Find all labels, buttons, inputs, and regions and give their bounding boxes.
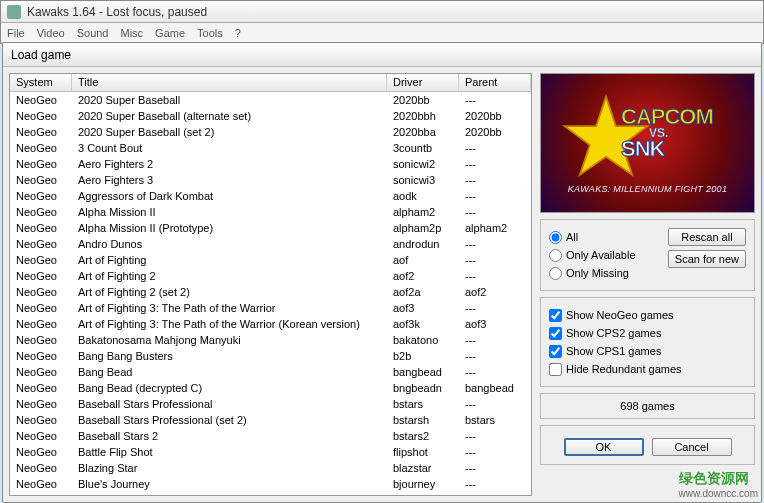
table-row[interactable]: NeoGeoAlpha Mission II (Prototype)alpham… [10, 220, 531, 236]
list-header: System Title Driver Parent [10, 74, 531, 92]
check-neogeo[interactable]: Show NeoGeo games [549, 306, 746, 324]
okcancel-panel: OK Cancel [540, 425, 755, 465]
load-game-dialog: Load game System Title Driver Parent Neo… [2, 42, 762, 503]
table-row[interactable]: NeoGeoArt of Fighting 2aof2--- [10, 268, 531, 284]
check-cps2[interactable]: Show CPS2 games [549, 324, 746, 342]
game-list[interactable]: System Title Driver Parent NeoGeo2020 Su… [9, 73, 532, 496]
menu-video[interactable]: Video [37, 27, 65, 39]
menu-help[interactable]: ? [235, 27, 241, 39]
filter-panel: All Only Available Only Missing Rescan a… [540, 219, 755, 291]
app-icon [7, 5, 21, 19]
table-row[interactable]: NeoGeoArt of Fighting 2 (set 2)aof2aaof2 [10, 284, 531, 300]
table-row[interactable]: NeoGeoAero Fighters 3sonicwi3--- [10, 172, 531, 188]
scan-new-button[interactable]: Scan for new [668, 250, 746, 268]
menu-misc[interactable]: Misc [120, 27, 143, 39]
count-panel: 698 games [540, 393, 755, 419]
table-row[interactable]: NeoGeo2020 Super Baseball (set 2)2020bba… [10, 124, 531, 140]
titlebar: Kawaks 1.64 - Lost focus, paused [1, 1, 763, 23]
col-title[interactable]: Title [72, 74, 387, 91]
cancel-button[interactable]: Cancel [652, 438, 732, 456]
table-row[interactable]: NeoGeoBaseball Stars 2bstars2--- [10, 428, 531, 444]
table-row[interactable]: NeoGeo2020 Super Baseball2020bb--- [10, 92, 531, 108]
side-panel: CAPCOM VS. SNK KAWAKS: MILLENNIUM FIGHT … [540, 73, 755, 496]
table-row[interactable]: NeoGeoAlpha Mission IIalpham2--- [10, 204, 531, 220]
table-row[interactable]: NeoGeoBlazing Starblazstar--- [10, 460, 531, 476]
table-row[interactable]: NeoGeoBang Beadbangbead--- [10, 364, 531, 380]
main-window: Kawaks 1.64 - Lost focus, paused File Vi… [0, 0, 764, 44]
menubar: File Video Sound Misc Game Tools ? [1, 23, 763, 43]
table-row[interactable]: NeoGeoBaseball Stars Professionalbstars-… [10, 396, 531, 412]
table-row[interactable]: NeoGeoArt of Fightingaof--- [10, 252, 531, 268]
menu-tools[interactable]: Tools [197, 27, 223, 39]
menu-file[interactable]: File [7, 27, 25, 39]
table-row[interactable]: NeoGeoArt of Fighting 3: The Path of the… [10, 316, 531, 332]
table-row[interactable]: NeoGeoBattle Flip Shotflipshot--- [10, 444, 531, 460]
table-row[interactable]: NeoGeoAero Fighters 2sonicwi2--- [10, 156, 531, 172]
preview-caption: CAPCOM VS. SNK [621, 104, 713, 162]
table-row[interactable]: NeoGeo2020 Super Baseball (alternate set… [10, 108, 531, 124]
check-redundant[interactable]: Hide Redundant games [549, 360, 746, 378]
preview-subtitle: KAWAKS: MILLENNIUM FIGHT 2001 [541, 184, 754, 194]
col-system[interactable]: System [10, 74, 72, 91]
table-row[interactable]: NeoGeoBang Bang Bustersb2b--- [10, 348, 531, 364]
menu-sound[interactable]: Sound [77, 27, 109, 39]
table-row[interactable]: NeoGeoBaseball Stars Professional (set 2… [10, 412, 531, 428]
show-panel: Show NeoGeo games Show CPS2 games Show C… [540, 297, 755, 387]
watermark: 绿色资源网 www.downcc.com [679, 470, 758, 499]
table-row[interactable]: NeoGeoBakatonosama Mahjong Manyukibakato… [10, 332, 531, 348]
menu-game[interactable]: Game [155, 27, 185, 39]
list-body[interactable]: NeoGeo2020 Super Baseball2020bb---NeoGeo… [10, 92, 531, 495]
rescan-button[interactable]: Rescan all [668, 228, 746, 246]
radio-all[interactable]: All [549, 228, 662, 246]
window-title: Kawaks 1.64 - Lost focus, paused [27, 5, 207, 19]
radio-missing[interactable]: Only Missing [549, 264, 662, 282]
radio-available[interactable]: Only Available [549, 246, 662, 264]
table-row[interactable]: NeoGeoBlue's Journeybjourney--- [10, 476, 531, 492]
dialog-title: Load game [3, 43, 761, 67]
preview-image: CAPCOM VS. SNK KAWAKS: MILLENNIUM FIGHT … [540, 73, 755, 213]
col-parent[interactable]: Parent [459, 74, 531, 91]
check-cps1[interactable]: Show CPS1 games [549, 342, 746, 360]
table-row[interactable]: NeoGeoBang Bead (decrypted C)bngbeadnban… [10, 380, 531, 396]
col-driver[interactable]: Driver [387, 74, 459, 91]
table-row[interactable]: NeoGeoArt of Fighting 3: The Path of the… [10, 300, 531, 316]
table-row[interactable]: NeoGeoAggressors of Dark Kombataodk--- [10, 188, 531, 204]
table-row[interactable]: NeoGeoBreakersbreakers--- [10, 492, 531, 495]
table-row[interactable]: NeoGeo3 Count Bout3countb--- [10, 140, 531, 156]
ok-button[interactable]: OK [564, 438, 644, 456]
table-row[interactable]: NeoGeoAndro Dunosandrodun--- [10, 236, 531, 252]
